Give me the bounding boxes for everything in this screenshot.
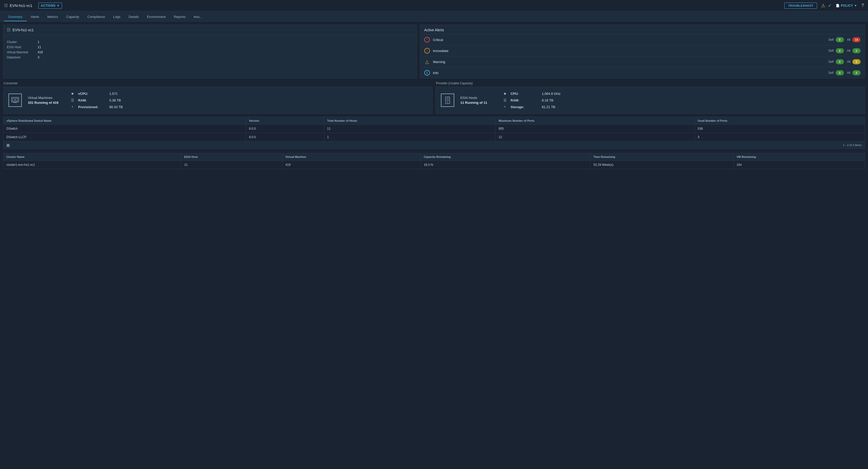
app-title: ☷ EVN-hs1-vc1 xyxy=(4,3,32,8)
storage-row-provider: ⚬ Storage: 81.21 TB xyxy=(502,105,860,109)
vcpu-value: 1,571 xyxy=(109,92,118,96)
col-time-remaining: Time Remaining xyxy=(590,153,733,161)
info-row-vm: Virtual Machine: 419 xyxy=(7,51,413,54)
check-circle-icon: ✓ xyxy=(828,3,832,8)
immediate-self-badge: 0 xyxy=(836,48,844,53)
policy-icon: 📄 xyxy=(836,4,840,7)
info-row-datastore: Datastore: 3 xyxy=(7,56,413,59)
tab-metrics[interactable]: Metrics xyxy=(43,13,62,21)
chevron-down-icon: ▼ xyxy=(57,4,60,7)
cluster-name-cell[interactable]: cluster1-evn-hs1-vc1 xyxy=(3,161,181,169)
dswitch-llcp-name[interactable]: DSwitch-LLCP xyxy=(3,133,246,142)
ram-value-consumer: 5.38 TB xyxy=(109,98,121,102)
tab-capacity[interactable]: Capacity xyxy=(62,13,84,21)
esxi-label: ESXi Host: xyxy=(7,46,38,49)
storage-icon-provider: ⚬ xyxy=(502,105,507,109)
consumer-label: Consumer xyxy=(3,82,432,85)
table-row: DSwitch 8.0.0 11 955 536 xyxy=(3,124,865,133)
warning-all-label: All xyxy=(847,60,850,64)
vm-value: 419 xyxy=(38,51,43,54)
troubleshoot-button[interactable]: TROUBLESHOOT xyxy=(784,3,817,9)
dswitch-max-ports: 955 xyxy=(495,124,694,133)
columns-icon: ▦ xyxy=(6,143,10,147)
datastore-value: 3 xyxy=(38,56,39,59)
critical-self-label: Self xyxy=(828,38,834,41)
alerts-card: Active Alerts ! Critical Self 0 All 14 !… xyxy=(420,25,865,79)
cpu-value-provider: 1,064.8 GHz xyxy=(542,92,560,96)
provider-label: Provider (Usable Capacity) xyxy=(436,82,865,85)
immediate-icon: ! xyxy=(424,48,430,54)
svg-rect-2 xyxy=(16,98,18,101)
info-all-label: All xyxy=(847,71,850,75)
provisioned-row: ⚬ Provisioned: 80.43 TB xyxy=(70,105,427,109)
dswitch-llcp-used-ports: 3 xyxy=(694,133,865,142)
storage-icon-consumer: ⚬ xyxy=(70,105,75,109)
top-bar: ☷ EVN-hs1-vc1 ACTIONS ▼ TROUBLESHOOT ⚠ ✓… xyxy=(0,0,868,11)
provisioned-value: 80.43 TB xyxy=(109,105,123,109)
dswitch-name[interactable]: DSwitch xyxy=(3,124,246,133)
tab-less[interactable]: less... xyxy=(189,13,206,21)
col-esxi-host: ESXi Host xyxy=(181,153,282,161)
consumer-entity-info: Virtual Machines 331 Running of 419 xyxy=(28,96,64,105)
table-row: DSwitch-LLCP 8.0.0 1 12 3 xyxy=(3,133,865,142)
alerts-title: Active Alerts xyxy=(424,28,444,32)
critical-all-badge: 14 xyxy=(852,37,861,42)
info-all-badge: 0 xyxy=(852,70,861,75)
immediate-name: Immediate xyxy=(433,49,828,53)
datastore-label: Datastore: xyxy=(7,56,38,59)
provisioned-label: Provisioned: xyxy=(78,105,106,109)
tab-environment[interactable]: Environment xyxy=(143,13,170,21)
critical-name: Critical xyxy=(433,38,828,42)
storage-value-provider: 81.21 TB xyxy=(542,105,555,109)
title-text: EVN-hs1-vc1 xyxy=(10,3,32,8)
nav-tabs: Summary Alerts Metrics Capacity Complian… xyxy=(0,11,868,22)
alert-row-info: i Info Self 0 All 0 xyxy=(420,67,865,78)
virtual-machine-cell: 419 xyxy=(282,161,421,169)
info-card-header: ☷ EVN-hs1-vc1 xyxy=(3,25,416,35)
consumer-entity-count: 331 Running of 419 xyxy=(28,101,64,105)
alert-row-critical: ! Critical Self 0 All 14 xyxy=(420,34,865,45)
ram-icon-consumer: ☰ xyxy=(70,98,75,102)
tab-reports[interactable]: Reports xyxy=(170,13,190,21)
col-switch-name: vSphere Distributed Switch Name xyxy=(3,117,246,124)
status-icons: ⚠ ✓ xyxy=(821,3,832,8)
tab-details[interactable]: Details xyxy=(124,13,143,21)
col-virtual-machine: Virtual Machine xyxy=(282,153,421,161)
tab-compliance[interactable]: Compliance xyxy=(83,13,109,21)
server-icon: ☷ xyxy=(7,27,10,32)
tab-alerts[interactable]: Alerts xyxy=(27,13,43,21)
ram-label-consumer: RAM: xyxy=(78,98,106,102)
consumer-metrics-list: ■ vCPU: 1,571 ☰ RAM: 5.38 TB ⚬ Provision… xyxy=(70,91,427,109)
alert-row-immediate: ! Immediate Self 0 All 0 xyxy=(420,45,865,56)
critical-icon: ! xyxy=(424,37,430,42)
switch-table-section: vSphere Distributed Switch Name Version … xyxy=(3,117,865,149)
esxi-entity-icon xyxy=(441,93,454,107)
troubleshoot-label: TROUBLESHOOT xyxy=(788,4,813,7)
capacity-remaining-cell: 19.3 % xyxy=(421,161,590,169)
switch-table: vSphere Distributed Switch Name Version … xyxy=(3,117,865,142)
tab-summary[interactable]: Summary xyxy=(4,13,27,21)
consumer-metrics-card: Virtual Machines 331 Running of 419 ■ vC… xyxy=(3,87,432,114)
provider-entity-info: ESXi Hosts 11 Running of 11 xyxy=(460,96,496,105)
top-bar-right: TROUBLESHOOT ⚠ ✓ 📄 POLICY ▼ ? xyxy=(784,3,864,9)
cpu-label-provider: CPU: xyxy=(510,92,539,96)
critical-all-label: All xyxy=(847,38,850,41)
dswitch-used-ports: 536 xyxy=(694,124,865,133)
cluster-label: Cluster: xyxy=(7,40,38,44)
vcpu-label: vCPU: xyxy=(78,92,106,96)
immediate-all-label: All xyxy=(847,49,850,53)
info-icon: i xyxy=(424,70,430,76)
alert-row-warning: △ Warning Self 0 All 5 xyxy=(420,56,865,67)
policy-button[interactable]: 📄 POLICY ▼ xyxy=(836,4,857,7)
info-card-body: Cluster: 1 ESXi Host: 11 Virtual Machine… xyxy=(3,35,416,66)
tab-logs[interactable]: Logs xyxy=(109,13,124,21)
svg-rect-1 xyxy=(12,98,14,101)
warning-all-badge: 5 xyxy=(852,59,861,64)
help-icon[interactable]: ? xyxy=(861,3,864,8)
actions-button[interactable]: ACTIONS ▼ xyxy=(38,3,62,9)
capacity-table: Cluster Name ESXi Host Virtual Machine C… xyxy=(3,153,865,169)
dswitch-llcp-version: 8.0.0 xyxy=(246,133,324,142)
col-version: Version xyxy=(246,117,324,124)
col-max-ports: Maximum Number of Ports xyxy=(495,117,694,124)
cpu-row-provider: ■ CPU: 1,064.8 GHz xyxy=(502,91,860,96)
